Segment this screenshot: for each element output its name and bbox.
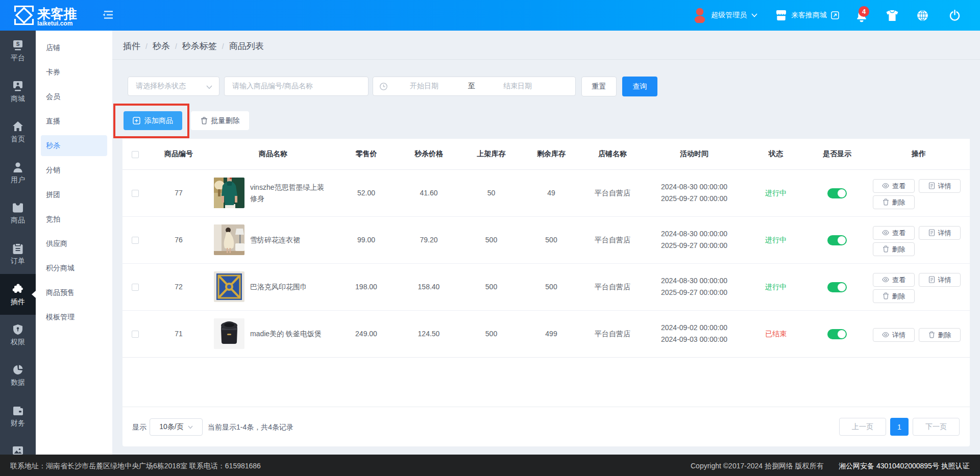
svg-text:S: S — [16, 41, 20, 47]
